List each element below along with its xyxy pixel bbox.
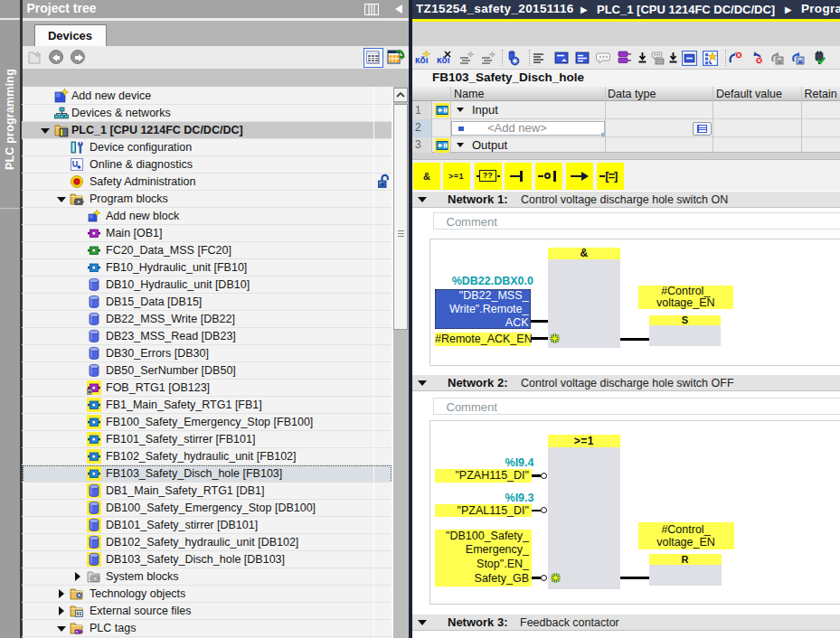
svg-text:01: 01 — [76, 611, 81, 616]
svg-text:ĸŏı: ĸŏı — [437, 55, 450, 65]
